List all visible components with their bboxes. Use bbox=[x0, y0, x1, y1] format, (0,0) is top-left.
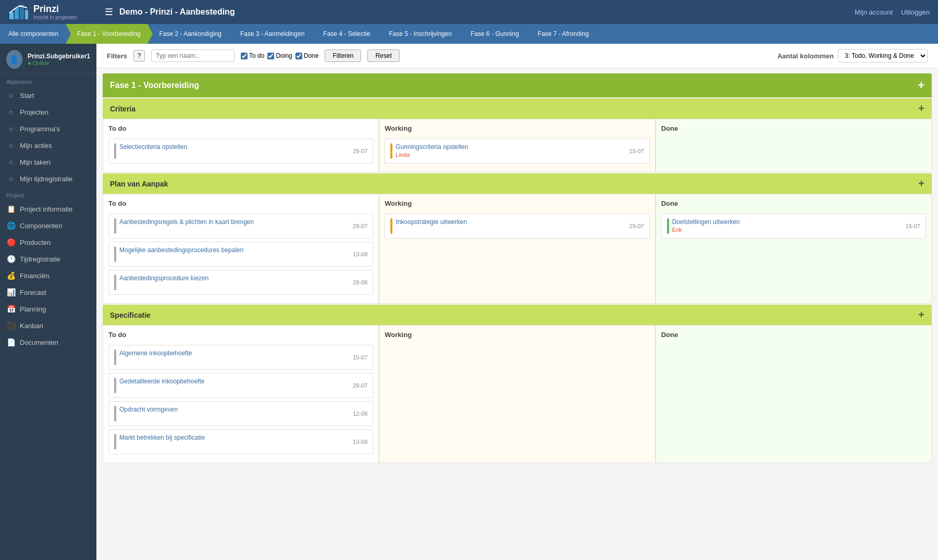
columns-group: Aantal kolommen 3: Todo, Working & Done bbox=[777, 49, 928, 63]
card-date-p4: 29-07 bbox=[630, 223, 644, 229]
sidebar-item-start[interactable]: ○Start bbox=[0, 87, 96, 104]
phase-tab-fase4[interactable]: Fase 4 - Selectie bbox=[312, 24, 377, 44]
phase-tab-fase1[interactable]: Fase 1 - Voorbereiding bbox=[66, 24, 147, 44]
logout-link[interactable]: Uitloggen bbox=[901, 8, 930, 16]
projecten-icon: ○ bbox=[6, 107, 16, 117]
card-title-p5[interactable]: Doelstellingen uitwerken bbox=[672, 218, 903, 226]
card-date-s4: 13-08 bbox=[353, 439, 367, 445]
card-date-s1: 15-07 bbox=[353, 354, 367, 360]
sidebar-item-project-info[interactable]: 📋Project informatie bbox=[0, 201, 96, 217]
kanban-col-done-specificatie: Done bbox=[656, 325, 932, 463]
kanban-card-c2: Gunningscriteria opstellen Linda 15-07 bbox=[385, 139, 649, 164]
main-layout: 👤 Prinzi.Subgebruiker1 Online Algemeen○S… bbox=[0, 44, 938, 560]
sidebar-item-mijn-acties[interactable]: ○Mijn acties bbox=[0, 137, 96, 154]
logo-title: Prinzi bbox=[33, 4, 77, 15]
sidebar-item-programmas[interactable]: ○Programma's bbox=[0, 120, 96, 137]
phase-add-button[interactable]: + bbox=[918, 79, 924, 92]
logo-subtitle: Inzicht in projecten bbox=[33, 15, 77, 20]
category-add-button-specificatie[interactable]: + bbox=[918, 309, 924, 321]
card-title-s4[interactable]: Markt betrekken bij specificatie bbox=[119, 434, 350, 441]
card-bar-p5 bbox=[667, 218, 669, 234]
kanban-icon: ⬛ bbox=[6, 321, 16, 330]
card-title-c2[interactable]: Gunningscriteria opstellen bbox=[396, 143, 626, 151]
card-date-p3: 28-08 bbox=[353, 279, 367, 285]
sidebar-item-mijn-tijdregistratie[interactable]: ○Mijn tijdregistratie bbox=[0, 170, 96, 187]
forecast-icon: 📊 bbox=[6, 288, 16, 297]
start-icon: ○ bbox=[6, 91, 16, 100]
phase-tab-fase5[interactable]: Fase 5 - Inschrijvingen bbox=[377, 24, 459, 44]
kanban-card-p1: Aanbestedingsregels & plichten in kaart … bbox=[108, 214, 373, 239]
phase-tab-fase3[interactable]: Fase 3 - Aanmeldingen bbox=[229, 24, 312, 44]
sidebar-username: Prinzi.Subgebruiker1 bbox=[28, 53, 90, 60]
sidebar-item-producten[interactable]: 🔴Producten bbox=[0, 234, 96, 251]
columns-title: Aantal kolommen bbox=[777, 52, 834, 60]
phase-tab-fase6[interactable]: Fase 6 - Gunning bbox=[459, 24, 526, 44]
category-title-criteria: Criteria bbox=[110, 105, 135, 113]
card-title-c1[interactable]: Selectiecriteria opstellen bbox=[119, 143, 350, 151]
content-area: Filters ? To do Doing Done Filteren Rese… bbox=[96, 44, 938, 560]
card-title-p1[interactable]: Aanbestedingsregels & plichten in kaart … bbox=[119, 218, 350, 226]
sidebar-item-documenten[interactable]: 📄Documenten bbox=[0, 334, 96, 351]
filter-done-checkbox[interactable]: Done bbox=[295, 52, 319, 59]
account-link[interactable]: Mijn account bbox=[855, 8, 893, 16]
card-bar-p2 bbox=[114, 246, 116, 262]
menu-icon[interactable]: ☰ bbox=[105, 6, 113, 18]
category-add-button-criteria[interactable]: + bbox=[918, 103, 924, 115]
filter-todo-checkbox[interactable]: To do bbox=[241, 52, 264, 59]
card-title-s2[interactable]: Gedetailleerde inkoopbehoefte bbox=[119, 378, 350, 385]
card-content-p3: Aanbestedingsprocedure kiezen bbox=[119, 275, 350, 282]
phase-tab-fase2[interactable]: Fase 2 - Aankondiging bbox=[147, 24, 228, 44]
category-criteria: Criteria+To do Selectiecriteria opstelle… bbox=[103, 98, 932, 172]
card-title-p2[interactable]: Mogelijke aanbestedingsprocedures bepale… bbox=[119, 246, 350, 254]
sidebar: 👤 Prinzi.Subgebruiker1 Online Algemeen○S… bbox=[0, 44, 96, 560]
sidebar-item-financien[interactable]: 💰Financiën bbox=[0, 267, 96, 284]
topbar: Prinzi Inzicht in projecten ☰ Demo - Pri… bbox=[0, 0, 938, 24]
tijdregistratie-icon: 🕐 bbox=[6, 254, 16, 264]
phase-tab-fase7[interactable]: Fase 7 - Afronding bbox=[526, 24, 596, 44]
filters-bar: Filters ? To do Doing Done Filteren Rese… bbox=[96, 44, 938, 68]
card-title-p4[interactable]: Inkoopstrategie uitwerken bbox=[396, 218, 626, 226]
kanban-col-working-plan-van-aanpak: Working Inkoopstrategie uitwerken 29-07 bbox=[379, 194, 655, 304]
sidebar-item-label: Mijn tijdregistratie bbox=[20, 175, 72, 183]
svg-rect-1 bbox=[15, 8, 19, 19]
producten-icon: 🔴 bbox=[6, 238, 16, 247]
category-title-specificatie: Specificatie bbox=[110, 311, 151, 319]
card-content-c2: Gunningscriteria opstellen Linda bbox=[396, 143, 626, 158]
phase-tab-all[interactable]: Alle componenten bbox=[0, 24, 66, 44]
sidebar-section-project: Project bbox=[0, 187, 96, 201]
sidebar-item-label: Financiën bbox=[20, 272, 49, 280]
sidebar-item-componenten[interactable]: 🌐Componenten bbox=[0, 217, 96, 234]
columns-select[interactable]: 3: Todo, Working & Done bbox=[838, 49, 928, 63]
card-content-s1: Algemene inkoopbehoefte bbox=[119, 350, 350, 357]
filter-doing-checkbox[interactable]: Doing bbox=[267, 52, 292, 59]
category-add-button-plan-van-aanpak[interactable]: + bbox=[918, 178, 924, 190]
kanban-col-todo-criteria: To do Selectiecriteria opstellen 29-07 bbox=[103, 119, 379, 172]
componenten-icon: 🌐 bbox=[6, 221, 16, 230]
sidebar-item-planning[interactable]: 📅Planning bbox=[0, 301, 96, 317]
sidebar-item-forecast[interactable]: 📊Forecast bbox=[0, 284, 96, 301]
card-title-s1[interactable]: Algemene inkoopbehoefte bbox=[119, 350, 350, 357]
sidebar-item-tijdregistratie[interactable]: 🕐Tijdregistratie bbox=[0, 251, 96, 267]
kanban-col-header-done: Done bbox=[661, 125, 926, 134]
card-person-c2: Linda bbox=[396, 152, 626, 158]
reset-button[interactable]: Reset bbox=[367, 49, 399, 62]
card-content-c1: Selectiecriteria opstellen bbox=[119, 143, 350, 151]
sidebar-item-projecten[interactable]: ○Projecten bbox=[0, 104, 96, 120]
kanban-col-working-criteria: Working Gunningscriteria opstellen Linda… bbox=[379, 119, 655, 172]
sidebar-item-label: Mijn taken bbox=[20, 158, 51, 166]
kanban-card-s4: Markt betrekken bij specificatie 13-08 bbox=[108, 429, 373, 454]
logo: Prinzi Inzicht in projecten bbox=[8, 3, 105, 21]
kanban-card-p4: Inkoopstrategie uitwerken 29-07 bbox=[385, 214, 649, 239]
sidebar-item-label: Forecast bbox=[20, 289, 46, 296]
card-bar-p1 bbox=[114, 218, 116, 234]
topbar-actions: Mijn account Uitloggen bbox=[855, 8, 930, 16]
filter-help-button[interactable]: ? bbox=[133, 50, 145, 61]
card-title-s3[interactable]: Opdracht vormgeven bbox=[119, 406, 350, 413]
card-bar-s3 bbox=[114, 406, 116, 421]
sidebar-item-mijn-taken[interactable]: ○Mijn taken bbox=[0, 154, 96, 170]
filter-search-input[interactable] bbox=[151, 49, 234, 62]
filter-button[interactable]: Filteren bbox=[325, 49, 361, 62]
card-title-p3[interactable]: Aanbestedingsprocedure kiezen bbox=[119, 275, 350, 282]
kanban-columns-plan-van-aanpak: To do Aanbestedingsregels & plichten in … bbox=[103, 194, 932, 304]
sidebar-item-kanban[interactable]: ⬛Kanban bbox=[0, 317, 96, 334]
